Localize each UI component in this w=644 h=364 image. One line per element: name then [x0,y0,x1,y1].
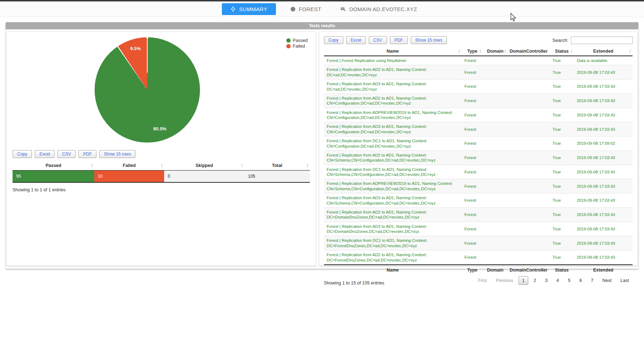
status-cell: True [550,136,574,151]
pagination-first[interactable]: First [474,276,490,285]
domain-controller-cell [507,108,550,122]
column-header-type[interactable]: Type▲▼ [462,47,483,56]
sort-arrows-icon: ▲▼ [629,49,631,53]
show-15-rows-button[interactable]: Show 15 rows [99,150,135,158]
total-count-cell: 105 [244,171,310,183]
excel-button[interactable]: Excel [346,36,366,44]
pagination-page-5[interactable]: 5 [564,276,574,285]
tab-domain-ad-evotec-xyz[interactable]: DOMAIN AD.EVOTEC.XYZ [335,3,422,15]
summary-panel: PassedFailed 9.5% 90.5% CopyExcelCSVPDFS… [6,32,316,266]
pdf-button[interactable]: PDF [390,36,408,44]
domain-cell [483,207,507,222]
extended-cell: 2019-09-08 17:03:43 [574,122,633,136]
column-header-label: Domain [487,49,504,54]
status-cell: True [550,207,574,222]
pdf-button[interactable]: PDF [78,150,96,158]
legend-item-failed: Failed [286,43,308,49]
pagination-page-3[interactable]: 3 [542,276,551,285]
summary-table: Passed▲▼Failed▲▼Skipped▲▼Total▲▼ 9510010… [13,161,310,183]
sort-arrows-icon: ▲▼ [458,49,461,53]
footer-header-domaincontroller: DomainController [507,265,550,275]
pagination-page-7[interactable]: 7 [587,276,597,285]
column-header-domaincontroller[interactable]: DomainController▲▼ [507,47,550,56]
column-header-status[interactable]: Status▲▼ [550,47,574,56]
column-header-failed[interactable]: Failed▲▼ [94,161,164,171]
name-cell: Forest | Forest Replication using RepAdm… [324,56,462,65]
pagination-page-1[interactable]: 1 [519,276,528,285]
sort-desc-icon: ▼ [571,51,573,53]
type-cell: Forest [462,250,483,265]
column-header-passed[interactable]: Passed▲▼ [13,161,94,171]
domain-icon [340,6,346,12]
column-header-extended[interactable]: Extended▲▼ [574,47,633,56]
domain-cell [483,236,507,250]
column-header-label: Total [272,163,282,168]
pagination: FirstPrevious1234567NextLast [473,276,633,285]
domain-cell [483,56,507,65]
type-cell: Forest [462,65,483,80]
domain-cell [483,222,507,236]
domain-controller-cell [507,136,550,151]
search-input[interactable] [571,37,633,44]
extended-cell: 2019-09-08 17:03:43 [574,65,633,80]
cards-row: PassedFailed 9.5% 90.5% CopyExcelCSVPDFS… [6,29,638,268]
table-row: Forest | Replication from DC1 to AD1, Na… [324,165,633,179]
footer-header-type: Type [462,265,483,275]
copy-button[interactable]: Copy [324,36,343,44]
status-cell: True [550,250,574,265]
pie-legend: PassedFailed [286,38,308,49]
type-cell: Forest [462,136,483,151]
table-row: Forest | Replication from DC1 to AD1, Na… [324,136,633,151]
type-cell: Forest [462,108,483,122]
column-header-total[interactable]: Total▲▼ [244,161,310,171]
name-cell: Forest | Replication from ADPREVIEW2019 … [324,108,462,122]
summary-icon [230,6,236,12]
table-row: Forest | Replication from AD3 to AD1, Na… [324,122,633,136]
domain-controller-cell [507,193,550,208]
name-cell: Forest | Replication from AD3 to AD1, Na… [324,222,462,236]
sort-arrows-icon: ▲▼ [306,163,309,168]
table-row: Forest | Replication from ADPREVIEW2019 … [324,108,633,122]
excel-button[interactable]: Excel [35,150,54,158]
results-entries-info: Showing 1 to 15 of 105 entries [324,281,385,286]
copy-button[interactable]: Copy [13,150,32,158]
extended-cell: Data is available. [574,56,633,65]
table-row: Forest | Replication from ADPREVIEW2019 … [324,179,633,193]
csv-button[interactable]: CSV [369,36,387,44]
summary-toolbar: CopyExcelCSVPDFShow 15 rows [13,150,310,158]
table-row: Forest | Replication from AD3 to AD1, Na… [324,222,633,236]
domain-cell [483,65,507,80]
type-cell: Forest [462,207,483,222]
footer-header-extended: Extended [574,265,633,275]
tab-summary[interactable]: SUMMARY [222,3,276,15]
pagination-page-6[interactable]: 6 [576,276,586,285]
sort-desc-icon: ▼ [504,51,506,53]
pagination-page-4[interactable]: 4 [553,276,563,285]
footer-header-status: Status [550,265,574,275]
pagination-page-2[interactable]: 2 [530,276,540,285]
table-row: Forest | Replication from AD2 to AD1, Na… [324,207,633,222]
pagination-next[interactable]: Next [599,276,615,285]
failed-count-cell: 10 [94,171,164,183]
skipped-count-cell: 0 [164,171,244,183]
sort-desc-icon: ▼ [161,166,163,168]
search-label: Search: [552,38,568,43]
column-header-name[interactable]: Name▲▼ [324,47,462,56]
column-header-domain[interactable]: Domain▲▼ [483,47,507,56]
pagination-last[interactable]: Last [617,276,633,285]
column-header-label: Skipped [196,163,213,168]
pagination-previous[interactable]: Previous [492,276,517,285]
tab-forest[interactable]: FOREST [285,3,326,15]
status-cell: True [550,108,574,122]
name-cell: Forest | Replication from AD2 to AD1, Na… [324,150,462,165]
csv-button[interactable]: CSV [57,150,76,158]
column-header-label: Type [467,49,477,54]
pie-slice-label-failed: 9.5% [130,46,141,51]
legend-dot-icon [286,38,291,43]
domain-cell [483,80,507,94]
show-15-rows-button[interactable]: Show 15 rows [411,36,447,44]
status-cell: True [550,80,574,94]
name-cell: Forest | Replication from AD3 to AD1, Na… [324,80,462,94]
column-header-skipped[interactable]: Skipped▲▼ [164,161,244,171]
sort-desc-icon: ▼ [91,166,93,168]
